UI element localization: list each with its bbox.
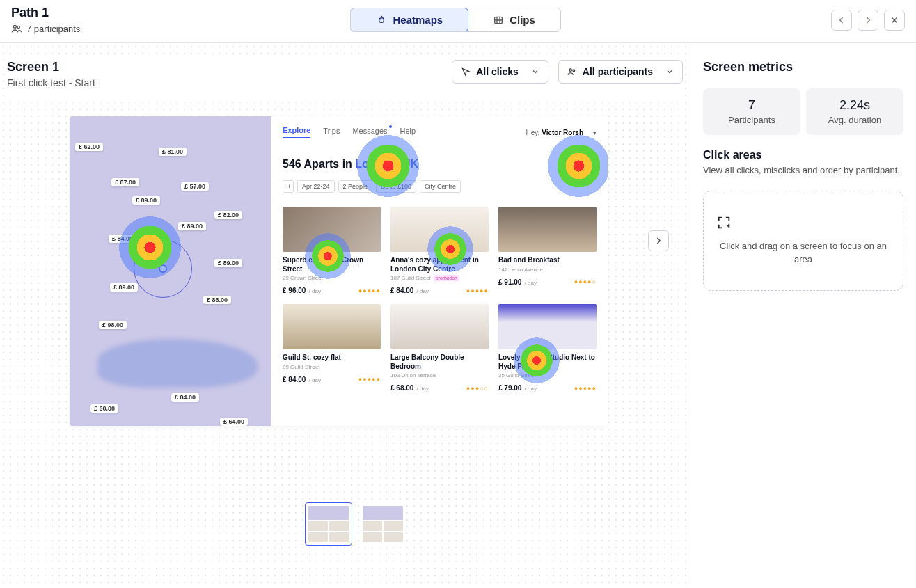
- map-price-chip: £ 84.00: [171, 393, 199, 402]
- map-price-chip: £ 87.00: [111, 178, 139, 186]
- drag-hint-text: Click and drag on a screen to focus on a…: [716, 240, 890, 267]
- next-button[interactable]: [858, 10, 878, 31]
- click-areas-title: Click areas: [703, 149, 903, 161]
- metric-participants: 7 Participants: [703, 88, 800, 135]
- participants-count: 7 participants: [26, 24, 80, 34]
- close-button[interactable]: [884, 10, 905, 31]
- mock-pill: 2 People: [338, 180, 373, 193]
- map-price-chip: £ 82.00: [214, 211, 242, 219]
- screen-title: Screen 1: [7, 60, 95, 74]
- mock-nav: Explore Trips Messages Help Hey, Victor …: [283, 126, 597, 138]
- mock-card: Guild St. cozy flat89 Guild Street£ 84.0…: [283, 304, 381, 392]
- mock-cards-grid: Superb condo on Crown Street29 Crown Str…: [283, 207, 597, 392]
- mock-pill: Apr 22-24: [297, 180, 335, 193]
- mock-card: Lovely Double Studio Next to Hyde Park H…: [498, 304, 597, 392]
- click-areas-section: Click areas View all clicks, misclicks a…: [703, 149, 903, 177]
- mock-welcome: Hey, Victor Rorsh▾: [526, 129, 597, 136]
- top-bar: Path 1 7 participants Heatmaps Clips: [0, 0, 916, 43]
- map-price-chip: £ 64.00: [220, 418, 248, 426]
- svg-point-4: [573, 70, 575, 72]
- fullscreen-plus-icon: [716, 215, 890, 230]
- screen-header: Screen 1 First click test - Start All cl…: [7, 60, 683, 102]
- metrics-row: 7 Participants 2.24s Avg. duration: [703, 88, 903, 135]
- screen-subtitle: First click test - Start: [7, 77, 95, 88]
- clicks-filter-dropdown[interactable]: All clicks: [452, 60, 548, 84]
- metrics-title: Screen metrics: [703, 60, 903, 74]
- map-price-chip: £ 81.00: [159, 148, 187, 156]
- map-price-chip: £ 84.00: [109, 235, 136, 243]
- drag-hint-box: Click and drag on a screen to focus on a…: [703, 191, 903, 291]
- mock-nav-messages: Messages: [352, 127, 387, 138]
- clicks-filter-label: All clicks: [476, 66, 519, 77]
- map-price-chip: £ 98.00: [99, 321, 127, 329]
- screen-thumbnails: [70, 502, 641, 546]
- screenshot-next-button[interactable]: [648, 230, 669, 251]
- map-price-chip: £ 99.00: [187, 353, 214, 361]
- map-price-chip: £ 89.00: [132, 196, 160, 205]
- mock-card: Anna's cozy appartment in London City Ce…: [390, 207, 489, 294]
- fire-icon: [376, 15, 387, 26]
- metric-value: 2.24s: [810, 98, 899, 113]
- participants-line: 7 participants: [11, 23, 80, 34]
- mock-pill: City Centre: [420, 180, 461, 193]
- map-price-chip: £ 89.00: [178, 222, 206, 230]
- clips-label: Clips: [510, 14, 535, 26]
- top-left: Path 1 7 participants: [11, 6, 80, 34]
- path-title: Path 1: [11, 6, 80, 20]
- mock-listing: Explore Trips Messages Help Hey, Victor …: [271, 116, 608, 426]
- top-right-actions: [831, 10, 905, 31]
- metric-duration: 2.24s Avg. duration: [806, 88, 903, 135]
- svg-point-3: [569, 69, 572, 72]
- mock-pill: Up to £100: [376, 180, 416, 193]
- people-icon: [567, 67, 577, 77]
- mock-title: 546 Aparts in London, UK: [283, 158, 597, 170]
- screen-controls: All clicks All participants: [452, 60, 683, 84]
- participants-filter-dropdown[interactable]: All participants: [558, 60, 683, 84]
- screenshot-area[interactable]: £ 62.00 £ 81.00 £ 87.00 £ 57.00 £ 89.00 …: [7, 102, 683, 553]
- view-mode-toggle: Heatmaps Clips: [350, 8, 560, 32]
- main-column: Screen 1 First click test - Start All cl…: [0, 43, 690, 588]
- chevron-down-icon: ▾: [593, 129, 597, 136]
- metric-label: Participants: [707, 115, 796, 125]
- map-price-chip: £ 57.00: [181, 182, 209, 191]
- metric-value: 7: [707, 98, 796, 113]
- click-areas-desc: View all clicks, misclicks and order by …: [703, 164, 903, 177]
- sidebar: Screen metrics 7 Participants 2.24s Avg.…: [690, 43, 916, 588]
- svg-point-0: [13, 25, 16, 28]
- chevron-down-icon: [531, 67, 539, 76]
- prev-button[interactable]: [831, 10, 852, 31]
- map-price-chip: £ 62.00: [75, 143, 103, 151]
- map-user-dot: [160, 266, 166, 271]
- people-icon: [11, 23, 22, 34]
- mock-map: £ 62.00 £ 81.00 £ 87.00 £ 57.00 £ 89.00 …: [70, 116, 271, 426]
- mock-nav-trips: Trips: [323, 127, 340, 138]
- mock-card: Large Balcony Double Bedroom103 Union Te…: [390, 304, 489, 392]
- heatmaps-label: Heatmaps: [393, 14, 443, 26]
- thumbnail-1[interactable]: [305, 502, 352, 546]
- map-price-chip: £ 89.00: [214, 259, 242, 267]
- map-price-chip: £ 86.00: [203, 296, 231, 304]
- screenshot: £ 62.00 £ 81.00 £ 87.00 £ 57.00 £ 89.00 …: [70, 116, 608, 426]
- metric-label: Avg. duration: [810, 115, 899, 125]
- clips-icon: [493, 15, 504, 26]
- mock-card: Superb condo on Crown Street29 Crown Str…: [283, 207, 381, 294]
- heatmaps-tab[interactable]: Heatmaps: [350, 8, 468, 32]
- participants-filter-label: All participants: [583, 66, 653, 77]
- map-price-chip: £ 60.00: [90, 404, 118, 413]
- svg-point-1: [17, 26, 19, 28]
- chevron-down-icon: [665, 67, 674, 76]
- cursor-icon: [461, 67, 471, 77]
- mock-nav-help: Help: [400, 127, 416, 138]
- mock-pill: +: [283, 180, 294, 193]
- thumbnail-2[interactable]: [359, 502, 406, 546]
- clips-tab[interactable]: Clips: [468, 8, 560, 31]
- map-price-chip: £ 89.00: [110, 283, 138, 292]
- mock-nav-explore: Explore: [283, 126, 310, 138]
- mock-filters: + Apr 22-24 2 People Up to £100 City Cen…: [283, 180, 597, 193]
- mock-card: Bad and Breakfast142 Lenin Avenue£ 91.00…: [498, 207, 597, 294]
